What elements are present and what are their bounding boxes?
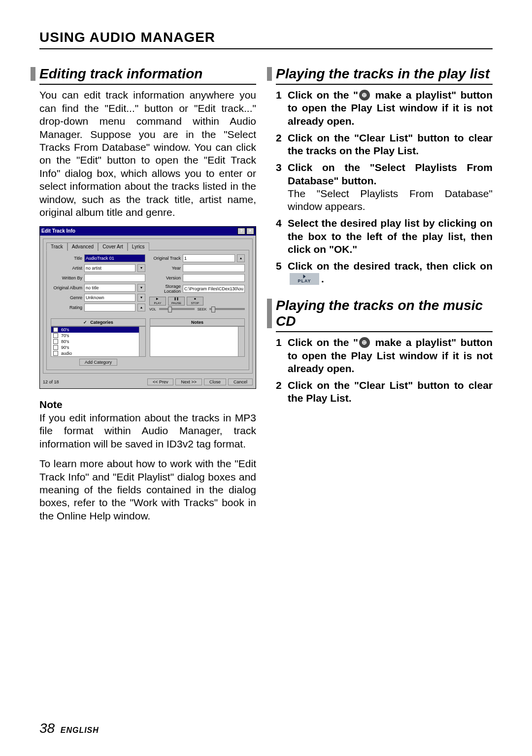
label-title: Title: [51, 256, 82, 261]
step-item: Click on the "⊕ make a playlist" button …: [276, 89, 493, 128]
step-item: Click on the "Clear List" button to clea…: [276, 132, 493, 158]
label-storage: Storage Location: [149, 284, 181, 294]
step-item: Click on the "Clear List" button to clea…: [276, 379, 493, 405]
edit-track-info-dialog: Edit Track Info ? × Track Advanced Cover…: [39, 226, 256, 389]
page-footer: 38 ENGLISH: [39, 721, 99, 736]
steps-playlist: Click on the "⊕ make a playlist" button …: [276, 89, 493, 286]
categories-label: Categories: [90, 320, 113, 325]
chevron-down-icon[interactable]: ▾: [137, 284, 145, 292]
categories-list[interactable]: 60's 70's 80's 90's audio: [51, 326, 146, 357]
play-button-icon: PLAY: [290, 273, 319, 285]
step-item: Click on the "⊕ make a playlist" button …: [276, 336, 493, 375]
close-button[interactable]: Close: [204, 378, 226, 385]
cancel-button[interactable]: Cancel: [228, 378, 253, 385]
label-version: Version: [149, 275, 181, 280]
origalbum-field[interactable]: no title: [84, 284, 135, 292]
genre-field[interactable]: Unknown: [84, 294, 135, 302]
vol-slider[interactable]: [159, 308, 195, 310]
heading-playing-playlist: Playing the tracks in the play list: [276, 66, 493, 85]
writtenby-field[interactable]: [84, 274, 145, 282]
stop-button[interactable]: ■STOP: [187, 297, 203, 306]
artist-field[interactable]: no artist: [84, 264, 135, 272]
tab-track[interactable]: Track: [46, 242, 67, 251]
spinner-icon[interactable]: ▴: [137, 304, 145, 311]
position-indicator: 12 of 18: [43, 379, 59, 384]
storage-field[interactable]: C:\Program Files\CDex130\ou: [183, 285, 245, 293]
step-item: Select the desired play list by clicking…: [276, 217, 493, 256]
dialog-title: Edit Track Info: [41, 228, 75, 234]
note-paragraph-2: To learn more about how to work with the…: [39, 457, 256, 522]
label-artist: Artist: [51, 266, 82, 271]
add-category-button[interactable]: Add Category: [79, 359, 117, 366]
playlist-icon: ⊕: [359, 90, 370, 101]
label-rating: Rating: [51, 305, 82, 310]
rating-field[interactable]: [84, 304, 135, 311]
label-year: Year: [149, 266, 181, 271]
pause-button[interactable]: ❚❚PAUSE: [168, 297, 185, 306]
editing-paragraph: You can edit track information anywhere …: [39, 89, 256, 219]
help-icon[interactable]: ?: [237, 228, 245, 235]
step-item: Click on the "Select Playlists From Data…: [276, 161, 493, 213]
page-number: 38: [39, 721, 55, 736]
close-icon[interactable]: ×: [246, 228, 254, 235]
seek-label: SEEK: [198, 308, 207, 311]
heading-playing-cd: Playing the tracks on the music CD: [276, 298, 493, 332]
label-genre: Genre: [51, 295, 82, 300]
label-origtrack: Original Track: [149, 256, 181, 261]
notes-label: Notes: [150, 318, 245, 326]
step-note: The "Select Playlists From Database" win…: [288, 187, 493, 213]
step-item: Click on the desired track, then click o…: [276, 260, 493, 286]
label-writtenby: Written By: [51, 275, 82, 280]
language-label: ENGLISH: [61, 726, 99, 734]
seek-slider[interactable]: [209, 308, 245, 310]
tab-cover-art[interactable]: Cover Art: [98, 242, 128, 251]
year-field[interactable]: [183, 264, 245, 272]
chevron-down-icon[interactable]: ▾: [137, 294, 145, 302]
playlist-icon: ⊕: [359, 337, 370, 348]
steps-cd: Click on the "⊕ make a playlist" button …: [276, 336, 493, 405]
play-button[interactable]: ▶PLAY: [149, 297, 166, 306]
origtrack-field[interactable]: 1: [183, 254, 235, 262]
notes-field[interactable]: [150, 326, 245, 357]
label-origalbum: Original Album: [51, 285, 82, 290]
scrollbar[interactable]: [238, 327, 244, 356]
tab-lyrics[interactable]: Lyrics: [128, 242, 149, 251]
prev-button[interactable]: << Prev: [147, 378, 174, 385]
heading-editing-track-info: Editing track information: [39, 66, 256, 85]
title-field[interactable]: AudioTrack 01: [84, 254, 145, 262]
note-heading: Note: [39, 399, 256, 411]
next-button[interactable]: Next >>: [175, 378, 202, 385]
vol-label: VOL: [149, 308, 156, 311]
page-header: USING AUDIO MANAGER: [39, 30, 493, 49]
note-paragraph-1: If you edit information about the tracks…: [39, 412, 256, 450]
scrollbar[interactable]: [139, 327, 145, 356]
check-icon: ✓: [83, 320, 87, 325]
version-field[interactable]: [183, 274, 245, 282]
tab-advanced[interactable]: Advanced: [67, 242, 98, 251]
spinner-icon[interactable]: ▴: [237, 254, 245, 262]
chevron-down-icon[interactable]: ▾: [137, 264, 145, 272]
